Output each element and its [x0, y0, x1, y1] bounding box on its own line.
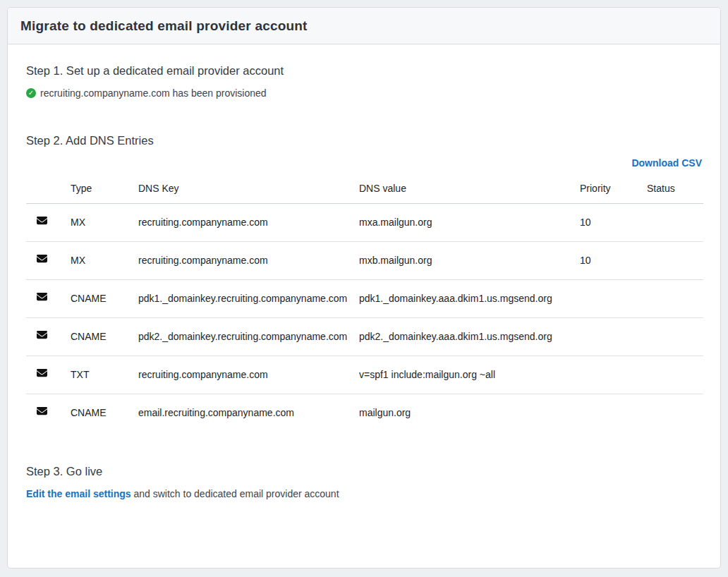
- dns-type: MX: [71, 204, 138, 242]
- csv-row: Download CSV: [26, 157, 702, 169]
- page-title: Migrate to dedicated email provider acco…: [20, 18, 308, 34]
- step3-section: Step 3. Go live Edit the email settings …: [26, 465, 702, 499]
- table-row: TXT recruiting.companyname.com v=spf1 in…: [26, 356, 703, 394]
- dns-value: mxb.mailgun.org: [359, 242, 580, 280]
- dns-table: Type DNS Key DNS value Priority Status M…: [26, 176, 703, 432]
- envelope-icon: [35, 291, 49, 302]
- dns-status: [647, 280, 703, 318]
- table-row: MX recruiting.companyname.com mxb.mailgu…: [26, 242, 703, 280]
- col-header-type: Type: [71, 176, 138, 204]
- dns-value: mailgun.org: [359, 394, 580, 432]
- panel-body: Step 1. Set up a dedicated email provide…: [8, 44, 720, 499]
- provision-status-text: recruiting.companyname.com has been prov…: [40, 87, 267, 99]
- step1-section: Step 1. Set up a dedicated email provide…: [26, 64, 702, 99]
- panel-header: Migrate to dedicated email provider acco…: [8, 8, 720, 44]
- dns-key: pdk1._domainkey.recruiting.companyname.c…: [138, 280, 359, 318]
- dns-status: [647, 394, 703, 432]
- check-circle-icon: ✓: [26, 88, 36, 98]
- col-header-dns-value: DNS value: [359, 176, 580, 204]
- step1-heading: Step 1. Set up a dedicated email provide…: [26, 64, 702, 78]
- step2-section: Step 2. Add DNS Entries Download CSV Typ…: [26, 134, 702, 432]
- dns-type: MX: [71, 242, 138, 280]
- col-header-priority: Priority: [580, 176, 647, 204]
- envelope-icon: [35, 253, 49, 264]
- dns-value: mxa.mailgun.org: [359, 204, 580, 242]
- dns-key: recruiting.companyname.com: [138, 356, 359, 394]
- table-row: CNAME pdk1._domainkey.recruiting.company…: [26, 280, 703, 318]
- dns-priority: 10: [580, 204, 647, 242]
- envelope-icon: [35, 406, 49, 416]
- dns-value: v=spf1 include:mailgun.org ~all: [359, 356, 580, 394]
- table-row: CNAME email.recruiting.companyname.com m…: [26, 394, 703, 432]
- dns-key: pdk2._domainkey.recruiting.companyname.c…: [138, 318, 359, 356]
- edit-email-settings-link[interactable]: Edit the email settings: [26, 488, 131, 499]
- golive-line: Edit the email settings and switch to de…: [26, 488, 702, 499]
- migrate-panel: Migrate to dedicated email provider acco…: [7, 7, 721, 569]
- provision-status: ✓ recruiting.companyname.com has been pr…: [26, 87, 702, 99]
- envelope-icon: [35, 368, 49, 378]
- dns-key: recruiting.companyname.com: [138, 242, 359, 280]
- dns-value: pdk2._domainkey.aaa.dkim1.us.mgsend.org: [359, 318, 580, 356]
- col-header-dns-key: DNS Key: [138, 176, 359, 204]
- dns-table-header: Type DNS Key DNS value Priority Status: [26, 176, 703, 204]
- golive-text: and switch to dedicated email provider a…: [131, 488, 339, 499]
- dns-type: TXT: [71, 356, 138, 394]
- table-row: MX recruiting.companyname.com mxa.mailgu…: [26, 204, 703, 242]
- dns-priority: 10: [580, 242, 647, 280]
- col-header-icon: [26, 176, 71, 204]
- dns-priority: [580, 394, 647, 432]
- dns-key: recruiting.companyname.com: [138, 204, 359, 242]
- dns-status: [647, 204, 703, 242]
- step3-heading: Step 3. Go live: [26, 465, 702, 478]
- envelope-icon: [35, 329, 49, 340]
- dns-table-body: MX recruiting.companyname.com mxa.mailgu…: [26, 204, 703, 432]
- dns-status: [647, 356, 703, 394]
- dns-value: pdk1._domainkey.aaa.dkim1.us.mgsend.org: [359, 280, 580, 318]
- col-header-status: Status: [647, 176, 703, 204]
- dns-status: [647, 318, 703, 356]
- dns-priority: [580, 318, 647, 356]
- dns-type: CNAME: [71, 280, 138, 318]
- dns-priority: [580, 280, 647, 318]
- dns-status: [647, 242, 703, 280]
- dns-type: CNAME: [71, 318, 138, 356]
- step2-heading: Step 2. Add DNS Entries: [26, 134, 702, 147]
- download-csv-link[interactable]: Download CSV: [631, 157, 702, 169]
- envelope-icon: [35, 215, 49, 226]
- dns-key: email.recruiting.companyname.com: [138, 394, 359, 432]
- table-row: CNAME pdk2._domainkey.recruiting.company…: [26, 318, 703, 356]
- dns-priority: [580, 356, 647, 394]
- dns-type: CNAME: [71, 394, 138, 432]
